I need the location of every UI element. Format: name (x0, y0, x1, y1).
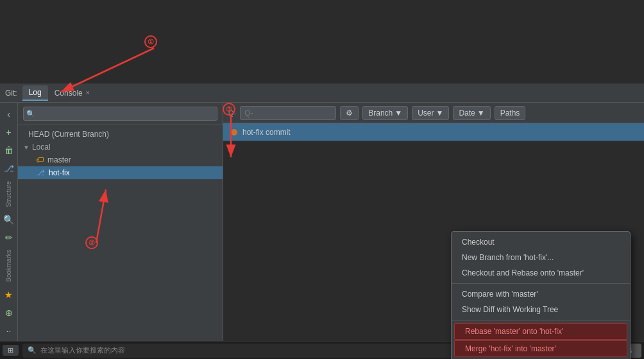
console-close[interactable]: × (86, 89, 90, 96)
master-tag-icon: 🏷 (36, 155, 44, 164)
ctx-new-branch[interactable]: New Branch from 'hot-fix'... (452, 250, 630, 265)
sidebar-tree: HEAD (Current Branch) ▼ Local 🏷 master ⎇… (18, 125, 223, 342)
git-label: Git: (5, 89, 17, 98)
user-dropdown-icon: ▼ (436, 109, 444, 118)
icon-bar: ‹ + 🗑 ⎇ Structure 🔍 ✏ Bookmarks ★ ⊕ ·· (0, 103, 18, 342)
tree-local-group[interactable]: ▼ Local (18, 141, 223, 153)
toolbar-search-icon: Q- (228, 109, 236, 117)
taskbar-search-placeholder: 在这里输入你要搜索的内容 (40, 346, 125, 355)
content-area: Q- ⚙ Branch ▼ User ▼ Date ▼ Paths (223, 103, 644, 342)
edit-btn[interactable]: ✏ (1, 230, 17, 245)
plus-circle-btn[interactable]: ⊕ (1, 305, 17, 320)
settings-icon: ⚙ (346, 109, 353, 118)
sidebar-search-area: 🔍 (18, 103, 223, 125)
branch-btn[interactable]: ⎇ (1, 161, 17, 176)
date-filter-btn[interactable]: Date ▼ (453, 106, 490, 120)
context-menu: Checkout New Branch from 'hot-fix'... Ch… (451, 231, 631, 359)
ctx-sep-2 (452, 320, 630, 320)
structure-label: Structure (5, 179, 12, 210)
branch-dropdown-icon: ▼ (394, 109, 402, 118)
windows-icon: ⊞ (8, 346, 13, 355)
bookmarks-label: Bookmarks (5, 247, 12, 285)
settings-btn[interactable]: ⚙ (340, 106, 359, 120)
tree-head-item[interactable]: HEAD (Current Branch) (18, 128, 223, 141)
taskbar-search-icon: 🔍 (28, 346, 37, 355)
collapse-btn[interactable]: ‹ (1, 107, 17, 122)
ctx-show-diff[interactable]: Show Diff with Working Tree (452, 302, 630, 317)
toolbar: Q- ⚙ Branch ▼ User ▼ Date ▼ Paths (223, 103, 644, 123)
paths-filter-btn[interactable]: Paths (495, 106, 526, 120)
date-dropdown-icon: ▼ (477, 109, 485, 118)
search-btn[interactable]: 🔍 (1, 212, 17, 227)
star-btn[interactable]: ★ (1, 287, 17, 302)
ctx-merge[interactable]: Merge 'hot-fix' into 'master' (454, 340, 627, 357)
ctx-compare[interactable]: Compare with 'master' (452, 286, 630, 302)
tab-log[interactable]: Log (22, 85, 48, 101)
more-btn[interactable]: ·· (1, 323, 17, 338)
branch-filter-label: Branch (368, 109, 393, 118)
add-btn[interactable]: + (1, 125, 17, 140)
sidebar: 🔍 HEAD (Current Branch) ▼ Local 🏷 master… (18, 103, 223, 342)
ctx-checkout[interactable]: Checkout (452, 234, 630, 250)
tab-console[interactable]: Console × (48, 86, 96, 100)
sidebar-search-input[interactable] (23, 107, 217, 121)
tree-master-item[interactable]: 🏷 master (18, 153, 223, 166)
tree-hotfix-item[interactable]: ⎇ hot-fix (18, 166, 223, 179)
commit-row-hotfix[interactable]: hot-fix commit (223, 123, 644, 141)
hotfix-branch-icon: ⎇ (36, 168, 45, 177)
toolbar-search-input[interactable] (240, 106, 336, 120)
date-filter-label: Date (459, 109, 475, 118)
user-filter-btn[interactable]: User ▼ (412, 106, 449, 120)
ctx-sep-1 (452, 283, 630, 284)
paths-filter-label: Paths (500, 109, 520, 118)
branch-filter-btn[interactable]: Branch ▼ (362, 106, 408, 120)
delete-btn[interactable]: 🗑 (1, 143, 17, 158)
tab-bar: Git: Log Console × (0, 83, 644, 103)
ctx-rebase[interactable]: Rebase 'master' onto 'hot-fix' (454, 323, 627, 340)
collapse-local-arrow: ▼ (23, 144, 30, 151)
commit-message: hot-fix commit (242, 128, 291, 137)
sidebar-search-icon: 🔍 (26, 110, 35, 118)
windows-start-btn[interactable]: ⊞ (3, 345, 19, 356)
ctx-checkout-rebase[interactable]: Checkout and Rebase onto 'master' (452, 265, 630, 281)
user-filter-label: User (418, 109, 434, 118)
commit-dot (231, 129, 237, 136)
